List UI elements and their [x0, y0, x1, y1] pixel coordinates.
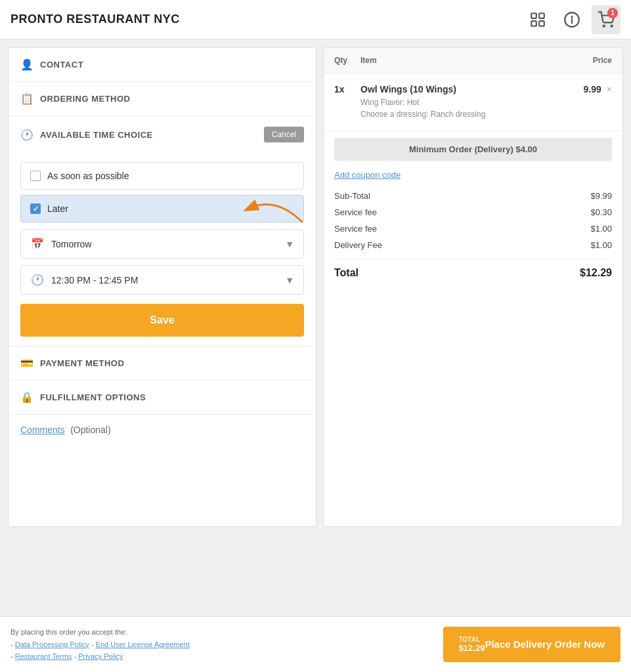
data-processing-link[interactable]: Data Processing Policy — [15, 640, 89, 648]
service-fee-2-value: $1.00 — [590, 224, 612, 234]
spacer — [0, 535, 631, 616]
available-time-label: AVAILABLE TIME CHOICE — [40, 130, 257, 140]
place-order-inner: TOTAL $12.29 Place Delivery Order Now — [459, 636, 605, 653]
left-panel: 👤 CONTACT 📋 ORDERING METHOD 🕐 AVAILABLE … — [8, 47, 316, 527]
grand-total-value: $12.29 — [580, 267, 612, 279]
col-price-header: Price — [566, 56, 612, 65]
restaurant-terms-link[interactable]: Restaurant Terms — [15, 652, 72, 660]
delivery-fee-label: Delivery Fee — [334, 240, 382, 250]
time-chevron-icon: ▼ — [285, 275, 294, 285]
later-option-wrapper: Later — [20, 195, 304, 222]
min-order-bar: Minimum Order (Delivery) $4.00 — [334, 138, 612, 161]
header: PRONTO RESTAURANT NYC — [0, 0, 631, 39]
comments-link[interactable]: Comments — [20, 425, 65, 435]
header-icons: 1 — [523, 5, 620, 34]
restaurant-title: PRONTO RESTAURANT NYC — [11, 12, 523, 26]
item-desc: Wing Flavor: Hot Choose a dressing: Ranc… — [360, 96, 566, 120]
app-container: PRONTO RESTAURANT NYC — [0, 0, 631, 672]
fulfillment-label: FULFILLMENT OPTIONS — [40, 392, 304, 402]
add-coupon-link[interactable]: Add coupon code — [324, 167, 622, 188]
item-price: 9.99 — [584, 84, 601, 94]
item-price-col: 9.99 × — [566, 84, 612, 94]
svg-rect-1 — [539, 13, 544, 18]
delivery-fee-row: Delivery Fee $1.00 — [334, 237, 612, 253]
grand-total-row: Total $12.29 — [334, 259, 612, 282]
service-fee-row-2: Service fee $1.00 — [334, 220, 612, 237]
delivery-fee-value: $1.00 — [590, 240, 612, 250]
contact-section[interactable]: 👤 CONTACT — [9, 48, 316, 82]
fulfillment-section[interactable]: 🔒 FULFILLMENT OPTIONS — [9, 381, 316, 415]
ordering-method-label: ORDERING METHOD — [40, 94, 304, 104]
footer-legal: By placing this order you accept the: - … — [11, 626, 190, 663]
place-order-total-value: $12.29 — [459, 643, 485, 653]
service-fee-2-label: Service fee — [334, 224, 377, 234]
date-value: Tomorrow — [51, 239, 278, 249]
menu-icon — [529, 11, 546, 28]
available-time-section[interactable]: 🕐 AVAILABLE TIME CHOICE Cancel — [9, 116, 316, 153]
col-item-header: Item — [360, 56, 566, 65]
legal-separator-2: - — [91, 640, 96, 648]
col-qty-header: Qty — [334, 56, 360, 65]
cart-badge: 1 — [607, 8, 618, 18]
item-desc-line1: Wing Flavor: Hot — [360, 98, 419, 107]
privacy-policy-link[interactable]: Privacy Policy — [78, 652, 123, 660]
legal-line1: By placing this order you accept the: — [11, 628, 127, 636]
legal-separator-3: - — [11, 652, 15, 660]
fulfillment-icon: 🔒 — [20, 391, 33, 404]
item-details: Owl Wings (10 Wings) Wing Flavor: Hot Ch… — [360, 84, 566, 120]
place-order-left: TOTAL $12.29 — [459, 636, 485, 653]
payment-method-section[interactable]: 💳 PAYMENT METHOD — [9, 346, 316, 381]
order-totals: Sub-Total $9.99 Service fee $0.30 Servic… — [324, 188, 622, 282]
service-fee-row-1: Service fee $0.30 — [334, 204, 612, 220]
grand-total-label: Total — [334, 267, 359, 279]
ordering-method-icon: 📋 — [20, 93, 33, 105]
item-name: Owl Wings (10 Wings) — [360, 84, 566, 94]
later-label: Later — [47, 203, 68, 214]
info-icon-button[interactable] — [557, 5, 586, 34]
later-checkbox[interactable] — [30, 203, 41, 214]
date-chevron-icon: ▼ — [285, 239, 294, 249]
date-selector[interactable]: 📅 Tomorrow ▼ — [20, 229, 304, 259]
comments-row: Comments (Optional) — [9, 415, 316, 445]
svg-rect-2 — [531, 21, 536, 26]
svg-rect-3 — [539, 21, 544, 26]
calendar-icon: 📅 — [30, 238, 45, 250]
contact-icon: 👤 — [20, 58, 33, 71]
contact-label: CONTACT — [40, 60, 304, 70]
comments-optional: (Optional) — [70, 425, 110, 435]
place-order-text: Place Delivery Order Now — [485, 639, 605, 650]
service-fee-1-label: Service fee — [334, 207, 377, 217]
cancel-button[interactable]: Cancel — [264, 127, 304, 142]
svg-rect-0 — [531, 13, 536, 18]
time-icon: 🕐 — [20, 129, 33, 141]
payment-icon: 💳 — [20, 357, 33, 369]
asap-option[interactable]: As soon as possible — [20, 162, 304, 190]
date-selector-wrapper: 📅 Tomorrow ▼ — [20, 229, 304, 259]
table-row: 1x Owl Wings (10 Wings) Wing Flavor: Hot… — [324, 74, 622, 131]
svg-point-7 — [603, 25, 605, 26]
item-qty: 1x — [334, 84, 360, 94]
main-content: 👤 CONTACT 📋 ORDERING METHOD 🕐 AVAILABLE … — [0, 39, 631, 535]
place-order-total-label: TOTAL — [459, 636, 485, 643]
eula-link[interactable]: End User License Agreement — [96, 640, 190, 648]
cart-icon-button[interactable]: 1 — [592, 5, 620, 34]
clock-icon: 🕐 — [30, 274, 45, 286]
asap-label: As soon as possible — [47, 171, 129, 181]
remove-item-button[interactable]: × — [607, 84, 612, 94]
subtotal-value: $9.99 — [590, 191, 612, 201]
ordering-method-section[interactable]: 📋 ORDERING METHOD — [9, 82, 316, 116]
right-panel: Qty Item Price 1x Owl Wings (10 Wings) W… — [323, 47, 623, 527]
subtotal-row: Sub-Total $9.99 — [334, 188, 612, 204]
time-value: 12:30 PM - 12:45 PM — [51, 275, 278, 285]
save-button[interactable]: Save — [20, 304, 304, 337]
menu-icon-button[interactable] — [523, 5, 552, 34]
time-selector[interactable]: 🕐 12:30 PM - 12:45 PM ▼ — [20, 265, 304, 295]
info-icon — [563, 11, 580, 28]
time-choice-content: As soon as possible Later — [9, 153, 316, 346]
order-table-header: Qty Item Price — [324, 48, 622, 74]
asap-checkbox[interactable] — [30, 171, 41, 181]
legal-separator-1: - — [11, 640, 15, 648]
footer: By placing this order you accept the: - … — [0, 616, 631, 672]
place-order-button[interactable]: TOTAL $12.29 Place Delivery Order Now — [443, 627, 620, 662]
later-option[interactable]: Later — [20, 195, 304, 222]
